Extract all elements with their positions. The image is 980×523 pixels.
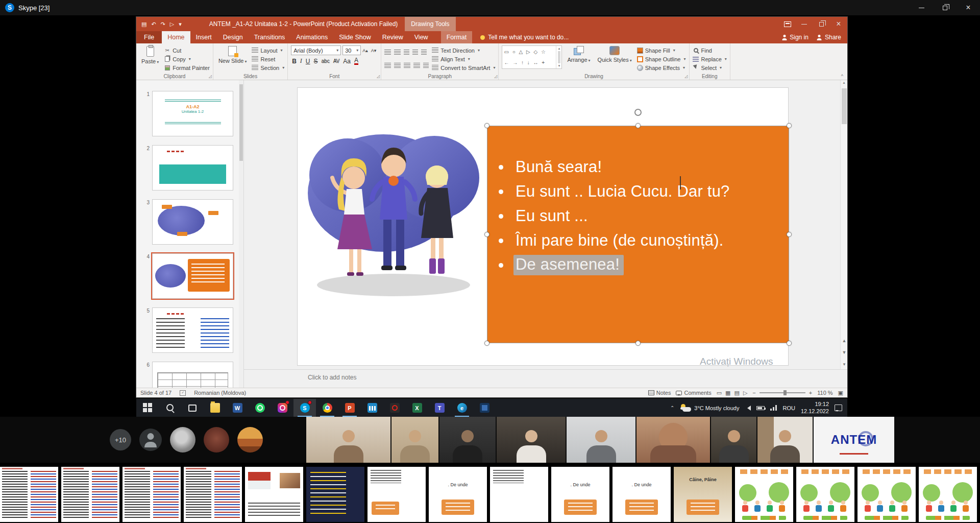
start-slideshow-icon[interactable]: ▷ [170,21,174,28]
align-right-icon[interactable] [404,63,410,68]
action-center-icon[interactable] [835,405,842,411]
slide-thumbnail-4[interactable] [152,253,233,299]
spellcheck-icon[interactable]: ✓ [180,390,186,396]
filmstrip-thumbnail[interactable] [245,467,303,522]
video-participant-2[interactable] [391,417,438,463]
editor-scrollbar[interactable]: ▴ ▲ ▼ ▾ [840,80,847,369]
decrease-indent-icon[interactable] [404,50,409,55]
slide-bullet[interactable]: Eu sunt .. Lucia Cucu. Dar tu? [499,179,789,204]
select-button[interactable]: Select▾ [693,63,727,72]
resize-handle-n[interactable] [635,123,641,128]
layout-button[interactable]: Layout▾ [252,46,284,55]
video-antem-logo[interactable]: ANTEM [814,417,894,463]
normal-view-icon[interactable]: ▭ [717,390,722,396]
italic-button[interactable]: I [300,57,302,65]
section-button[interactable]: Section▾ [252,63,284,72]
resize-handle-ne[interactable] [787,123,792,128]
slideshow-view-icon[interactable]: ▷ [743,390,747,396]
dialog-launcher-icon[interactable]: ◿ [209,74,212,79]
tab-home[interactable]: Home [162,31,190,43]
zoom-slider[interactable] [760,392,805,393]
tab-review[interactable]: Review [377,31,409,43]
shapes-gallery-scrollbar[interactable]: ▴▾ [556,46,561,68]
align-left-icon[interactable] [384,63,391,68]
start-taskbar-button[interactable] [136,399,159,417]
strikethrough-button[interactable]: S [314,58,318,65]
filmstrip-thumbnail[interactable] [490,467,548,522]
reading-view-icon[interactable]: ▤ [734,390,739,396]
filmstrip-thumbnail[interactable] [0,467,58,522]
zoom-out-icon[interactable]: − [752,390,755,396]
slide-text-box[interactable]: Bună seara!Eu sunt .. Lucia Cucu. Dar tu… [487,126,789,343]
rotate-handle[interactable] [634,109,642,116]
dialog-launcher-icon[interactable]: ◿ [494,74,497,79]
convert-smartart-button[interactable]: Convert to SmartArt▾ [432,63,495,72]
fit-to-window-icon[interactable]: ▣ [838,390,843,396]
teams-taskbar-button[interactable]: T [428,399,451,417]
ppt-close-button[interactable]: × [830,17,847,31]
powerpoint-taskbar-button[interactable]: P [338,399,361,417]
slide-canvas[interactable]: Bună seara!Eu sunt .. Lucia Cucu. Dar tu… [297,87,789,366]
resize-handle-e[interactable] [787,232,792,237]
slide-bullet[interactable]: Eu sunt ... [499,204,789,228]
notes-placeholder[interactable]: Click to add notes [308,370,847,385]
avatar-photo-1[interactable] [170,427,195,453]
shrink-font-button[interactable]: A▾ [370,48,378,53]
share-button[interactable]: Share [817,34,841,41]
new-slide-button[interactable]: New Slide▾ [216,45,249,73]
dialog-launcher-icon[interactable]: ◿ [684,74,688,79]
overflow-participants-badge[interactable]: +10 [110,429,131,450]
reset-button[interactable]: Reset [252,55,284,63]
filmstrip-thumbnail[interactable] [184,467,242,522]
filmstrip-thumbnail[interactable]: . De unde [429,467,487,522]
acrobat-taskbar-button[interactable] [383,399,406,417]
chrome-taskbar-button[interactable] [316,399,338,417]
tell-me-box[interactable]: Tell me what you want to do... [480,31,569,43]
panel-scrollbar[interactable] [239,80,243,388]
slide-bullet[interactable]: Bună seara! [499,155,789,179]
redo-icon[interactable]: ↷ [161,21,165,28]
weather-widget[interactable]: 3°C Mostly cloudy [680,404,739,412]
slide-thumbnail-3[interactable] [152,199,233,245]
skype-taskbar-button[interactable]: S [293,399,316,417]
shape-outline-button[interactable]: Shape Outline▾ [637,55,686,63]
taskbar-clock[interactable]: 19:12 12.12.2022 [801,401,829,414]
avatar-photo-2[interactable] [204,427,229,453]
shape-effects-button[interactable]: Shape Effects▾ [637,63,686,72]
shapes-row[interactable]: ← → ↑ ↓ ↔ + [504,60,554,65]
previous-slide-button[interactable]: ▲ [841,338,847,343]
filmstrip-thumbnail[interactable] [122,467,181,522]
word-taskbar-button[interactable]: W [226,399,249,417]
video-participant-7[interactable] [711,417,756,463]
comments-toggle[interactable]: Comments [676,390,711,396]
edge-taskbar-button[interactable]: e [451,399,473,417]
slide-sorter-view-icon[interactable]: ▦ [725,390,730,396]
resize-handle-se[interactable] [787,341,792,346]
network-icon[interactable] [770,405,777,411]
filmstrip-thumbnail[interactable] [368,467,426,522]
video-participant-8[interactable] [757,417,813,463]
video-participant-3[interactable] [439,417,496,463]
slide-thumbnail-2[interactable] [152,145,233,191]
speaker-icon[interactable] [745,406,751,411]
slide-thumbnail-6[interactable] [152,362,233,388]
scroll-down-icon[interactable]: ▾ [841,362,847,367]
filmstrip-thumbnail[interactable] [306,467,364,522]
undo-icon[interactable]: ↶ [151,21,156,28]
tab-insert[interactable]: Insert [190,31,217,43]
language-indicator[interactable]: ROU [782,405,795,411]
slide-thumbnail-1[interactable]: A1-A2Unitatea 1-2 [152,91,233,136]
tab-animations[interactable]: Animations [290,31,333,43]
align-text-button[interactable]: Align Text▾ [432,55,495,63]
sign-in-button[interactable]: Sign in [781,34,808,41]
customize-qat-icon[interactable]: ▾ [179,21,182,28]
filmstrip-thumbnail[interactable]: . De unde [612,467,671,522]
font-name-select[interactable]: Arial (Body)▾ [291,45,341,55]
close-button[interactable]: × [957,0,980,15]
paste-button[interactable]: Paste▾ [139,45,161,73]
notes-pane[interactable]: Click to add notes [244,369,847,385]
resize-handle-nw[interactable] [484,123,489,128]
tab-design[interactable]: Design [217,31,249,43]
dialog-launcher-icon[interactable]: ◿ [377,74,380,79]
minimize-button[interactable] [910,0,933,15]
